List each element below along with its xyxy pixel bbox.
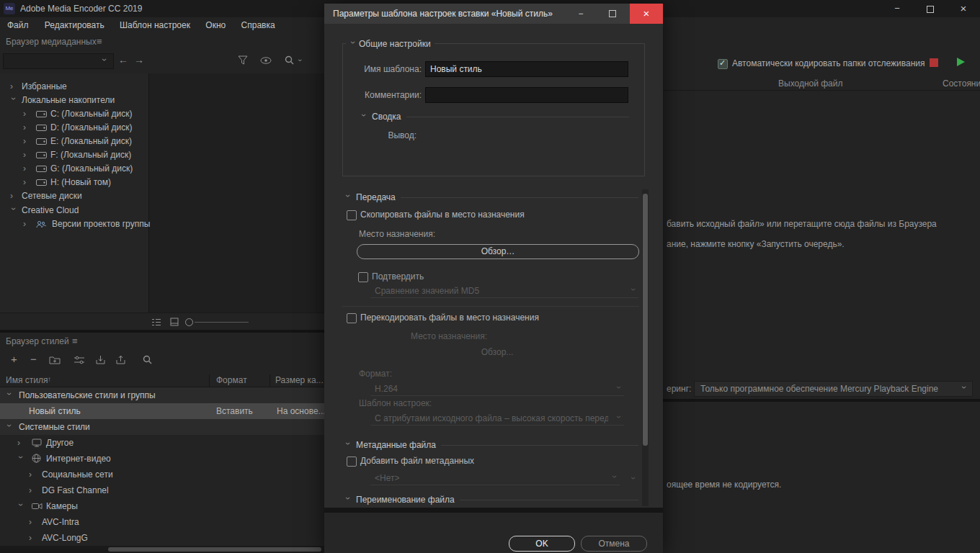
menu-edit[interactable]: Редактировать (38, 17, 111, 33)
drive-icon (36, 124, 47, 132)
zoom-slider-track[interactable] (195, 322, 249, 323)
copy-files-checkbox[interactable] (347, 210, 357, 220)
browse-button[interactable]: Обзор… (357, 244, 639, 259)
tree-item-local-drives[interactable]: Локальные накопители (0, 94, 148, 107)
preset-name-field[interactable] (425, 61, 628, 77)
back-icon[interactable] (118, 54, 128, 66)
chevron-right-icon[interactable] (23, 123, 30, 132)
chevron-right-icon[interactable] (29, 470, 35, 480)
tree-item-drive-e[interactable]: E: (Локальный диск) (0, 135, 148, 148)
renderer-dropdown[interactable]: Только программное обеспечение Mercury P… (694, 381, 973, 397)
start-queue-icon[interactable] (956, 57, 966, 67)
chevron-right-icon[interactable] (17, 439, 24, 448)
chevron-right-icon[interactable] (29, 534, 35, 543)
preset-row-internet-video[interactable]: Интернет-видео (0, 451, 324, 467)
chevron-down-icon[interactable] (9, 207, 18, 214)
search-icon[interactable] (143, 355, 152, 364)
horizontal-scrollbar[interactable] (0, 546, 324, 553)
filter-icon[interactable] (238, 55, 248, 65)
remove-preset-icon[interactable] (30, 353, 37, 365)
chevron-right-icon[interactable] (29, 486, 35, 495)
add-metadata-checkbox[interactable] (347, 457, 357, 467)
menu-file[interactable]: Файл (0, 17, 36, 33)
menu-window[interactable]: Окно (199, 17, 232, 33)
preset-settings-icon[interactable] (74, 356, 85, 364)
preset-row-avc-longg[interactable]: AVC-LongG (0, 530, 324, 546)
panel-menu-icon[interactable] (97, 36, 102, 47)
panel-menu-icon[interactable] (72, 336, 78, 346)
preset-row-cameras[interactable]: Камеры (0, 498, 324, 514)
chevron-right-icon[interactable] (23, 164, 30, 174)
tree-item-drive-f[interactable]: F: (Локальный диск) (0, 148, 148, 162)
search-icon[interactable] (285, 55, 294, 65)
chevron-down-icon[interactable] (16, 503, 25, 510)
dialog-minimize-icon[interactable] (566, 4, 595, 24)
preset-row-social[interactable]: Социальные сети (0, 467, 324, 482)
scrollbar-thumb[interactable] (108, 547, 321, 552)
preset-name-input[interactable] (426, 62, 628, 76)
import-preset-icon[interactable] (95, 355, 106, 364)
stop-queue-icon[interactable] (930, 58, 938, 67)
add-preset-icon[interactable] (11, 353, 17, 365)
chevron-right-icon[interactable] (23, 178, 30, 187)
maximize-icon[interactable] (914, 0, 947, 17)
preset-row-other[interactable]: Другое (0, 435, 324, 451)
chevron-right-icon[interactable] (10, 82, 17, 91)
list-view-icon[interactable] (151, 318, 161, 326)
column-name[interactable]: Имя стиля (6, 375, 48, 385)
dialog-scrollbar[interactable] (642, 189, 649, 506)
comments-input[interactable] (426, 88, 628, 102)
chevron-right-icon[interactable] (23, 109, 30, 119)
search-chevron-icon[interactable] (295, 59, 305, 66)
tree-item-team-projects[interactable]: Версии проектов группы (0, 217, 148, 231)
export-preset-icon[interactable] (115, 355, 126, 364)
close-icon[interactable] (947, 0, 980, 17)
section-general-settings[interactable]: Общие настройки (346, 39, 435, 49)
chevron-down-icon[interactable] (9, 97, 18, 104)
section-transfer[interactable]: Передача (344, 192, 638, 202)
menu-preset[interactable]: Шаблон настроек (113, 17, 197, 33)
comments-field[interactable] (425, 87, 628, 103)
minimize-icon[interactable] (881, 0, 914, 17)
transcode-checkbox[interactable] (347, 313, 357, 323)
preset-row-user-group[interactable]: Пользовательские стили и группы (0, 387, 324, 403)
chevron-right-icon[interactable] (23, 150, 30, 160)
chevron-down-icon[interactable] (4, 392, 14, 399)
dialog-maximize-icon[interactable] (598, 4, 627, 24)
tree-item-creative-cloud[interactable]: Creative Cloud (0, 204, 148, 217)
preset-row-avc-intra[interactable]: AVC-Intra (0, 514, 324, 530)
new-group-icon[interactable] (49, 356, 61, 364)
forward-icon[interactable] (134, 54, 144, 66)
cancel-button[interactable]: Отмена (581, 536, 647, 552)
preset-row-dg-fast[interactable]: DG Fast Channel (0, 482, 324, 498)
zoom-slider-knob[interactable] (185, 318, 193, 326)
chevron-right-icon[interactable] (23, 137, 30, 146)
dialog-close-icon[interactable] (630, 4, 663, 24)
tree-item-drive-g[interactable]: G: (Локальный диск) (0, 162, 148, 176)
scrollbar-thumb[interactable] (643, 194, 648, 446)
ok-button[interactable]: OK (509, 536, 575, 552)
media-path-dropdown[interactable] (3, 53, 114, 69)
chevron-right-icon[interactable] (29, 518, 35, 527)
tree-item-drive-h[interactable]: H: (Новый том) (0, 176, 148, 189)
chevron-right-icon[interactable] (23, 220, 30, 229)
chevron-down-icon[interactable] (16, 456, 25, 462)
verify-checkbox[interactable] (358, 272, 368, 282)
menu-help[interactable]: Справка (235, 17, 282, 33)
section-rename[interactable]: Переименование файла (344, 495, 638, 505)
preset-row-new-style[interactable]: Новый стиль Вставить На основе... (0, 403, 324, 419)
tree-item-favorites[interactable]: Избранные (0, 80, 148, 94)
tree-item-drive-c[interactable]: C: (Локальный диск) (0, 107, 148, 121)
section-metadata[interactable]: Метаданные файла (344, 440, 638, 450)
column-format[interactable]: Формат (216, 375, 247, 385)
chevron-down-icon[interactable] (4, 424, 14, 431)
tree-item-drive-d[interactable]: D: (Локальный диск) (0, 121, 148, 135)
watch-folders-checkbox[interactable] (718, 59, 728, 69)
column-size[interactable]: Размер ка... (275, 375, 324, 385)
thumbnail-view-icon[interactable] (170, 318, 179, 326)
preset-row-system-group[interactable]: Системные стили (0, 419, 324, 435)
section-summary[interactable]: Сводка (360, 112, 629, 122)
preview-eye-icon[interactable] (260, 57, 272, 64)
chevron-right-icon[interactable] (10, 192, 17, 201)
tree-item-network-drives[interactable]: Сетевые диски (0, 189, 148, 203)
